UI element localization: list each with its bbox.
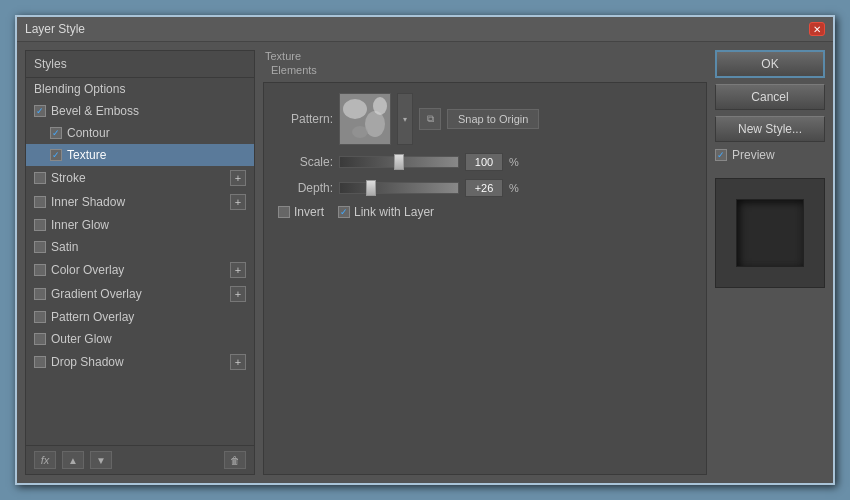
preview-label: Preview (732, 148, 775, 162)
depth-thumb[interactable] (366, 180, 376, 196)
move-down-button[interactable]: ▼ (90, 451, 112, 469)
scale-thumb[interactable] (394, 154, 404, 170)
fx-button[interactable]: fx (34, 451, 56, 469)
sidebar-item-satin[interactable]: Satin (26, 236, 254, 258)
bevel-emboss-label: Bevel & Emboss (51, 104, 139, 118)
sidebar-item-texture[interactable]: Texture (26, 144, 254, 166)
depth-percent: % (509, 182, 519, 194)
gradient-overlay-label: Gradient Overlay (51, 287, 142, 301)
sidebar-item-blending-options[interactable]: Blending Options (26, 78, 254, 100)
sidebar-item-inner-shadow[interactable]: Inner Shadow + (26, 190, 254, 214)
stroke-label: Stroke (51, 171, 86, 185)
pattern-dropdown[interactable]: ▾ (397, 93, 413, 145)
blending-options-label: Blending Options (34, 82, 125, 96)
color-overlay-label: Color Overlay (51, 263, 124, 277)
invert-option[interactable]: Invert (278, 205, 324, 219)
depth-label: Depth: (278, 181, 333, 195)
texture-label: Texture (67, 148, 106, 162)
scale-slider[interactable] (339, 156, 459, 168)
texture-checkbox[interactable] (50, 149, 62, 161)
options-row: Invert Link with Layer (278, 205, 692, 219)
scale-value-input[interactable] (465, 153, 503, 171)
new-style-button[interactable]: New Style... (715, 116, 825, 142)
pattern-image (340, 94, 390, 144)
section-title: Texture (263, 50, 707, 62)
preview-area (715, 178, 825, 288)
sidebar-item-pattern-overlay[interactable]: Pattern Overlay (26, 306, 254, 328)
color-overlay-add-button[interactable]: + (230, 262, 246, 278)
inner-shadow-checkbox[interactable] (34, 196, 46, 208)
preview-box (736, 199, 804, 267)
section-subtitle: Elements (263, 64, 707, 76)
dialog-body: Styles Blending Options Bevel & Emboss C… (17, 42, 833, 483)
cancel-button[interactable]: Cancel (715, 84, 825, 110)
preview-label-row: Preview (715, 148, 825, 162)
sidebar-item-color-overlay[interactable]: Color Overlay + (26, 258, 254, 282)
sidebar-item-gradient-overlay[interactable]: Gradient Overlay + (26, 282, 254, 306)
inner-glow-checkbox[interactable] (34, 219, 46, 231)
link-layer-label: Link with Layer (354, 205, 434, 219)
delete-button[interactable]: 🗑 (224, 451, 246, 469)
scale-row: Scale: % (278, 153, 692, 171)
sidebar-item-stroke[interactable]: Stroke + (26, 166, 254, 190)
move-up-button[interactable]: ▲ (62, 451, 84, 469)
sidebar-item-contour[interactable]: Contour (26, 122, 254, 144)
pattern-row: Pattern: ▾ ⧉ Snap to Origin (278, 93, 692, 145)
drop-shadow-label: Drop Shadow (51, 355, 124, 369)
contour-label: Contour (67, 126, 110, 140)
ok-button[interactable]: OK (715, 50, 825, 78)
outer-glow-label: Outer Glow (51, 332, 112, 346)
scale-label: Scale: (278, 155, 333, 169)
depth-row: Depth: % (278, 179, 692, 197)
close-button[interactable]: ✕ (809, 22, 825, 36)
dialog-title: Layer Style (25, 22, 85, 36)
depth-slider[interactable] (339, 182, 459, 194)
drop-shadow-checkbox[interactable] (34, 356, 46, 368)
satin-checkbox[interactable] (34, 241, 46, 253)
content-box: Pattern: ▾ ⧉ Snap to Origin Scale: (263, 82, 707, 475)
center-panel: Texture Elements Pattern: ▾ ⧉ Snap to Or… (263, 50, 707, 475)
pattern-overlay-checkbox[interactable] (34, 311, 46, 323)
color-overlay-checkbox[interactable] (34, 264, 46, 276)
inner-glow-label: Inner Glow (51, 218, 109, 232)
depth-value-input[interactable] (465, 179, 503, 197)
satin-label: Satin (51, 240, 78, 254)
stroke-add-button[interactable]: + (230, 170, 246, 186)
sidebar-item-outer-glow[interactable]: Outer Glow (26, 328, 254, 350)
layer-style-dialog: Layer Style ✕ Styles Blending Options Be… (15, 15, 835, 485)
link-layer-option[interactable]: Link with Layer (338, 205, 434, 219)
snap-to-origin-button[interactable]: Snap to Origin (447, 109, 539, 129)
sidebar-item-drop-shadow[interactable]: Drop Shadow + (26, 350, 254, 374)
title-bar: Layer Style ✕ (17, 17, 833, 42)
drop-shadow-add-button[interactable]: + (230, 354, 246, 370)
contour-checkbox[interactable] (50, 127, 62, 139)
inner-shadow-add-button[interactable]: + (230, 194, 246, 210)
right-panel: OK Cancel New Style... Preview (715, 50, 825, 475)
pattern-overlay-label: Pattern Overlay (51, 310, 134, 324)
outer-glow-checkbox[interactable] (34, 333, 46, 345)
link-layer-checkbox[interactable] (338, 206, 350, 218)
invert-checkbox[interactable] (278, 206, 290, 218)
pattern-label: Pattern: (278, 112, 333, 126)
pattern-preview (339, 93, 391, 145)
left-panel-toolbar: fx ▲ ▼ 🗑 (26, 445, 254, 474)
sidebar-item-bevel-emboss[interactable]: Bevel & Emboss (26, 100, 254, 122)
copy-pattern-button[interactable]: ⧉ (419, 108, 441, 130)
invert-label: Invert (294, 205, 324, 219)
inner-shadow-label: Inner Shadow (51, 195, 125, 209)
preview-checkbox[interactable] (715, 149, 727, 161)
scale-percent: % (509, 156, 519, 168)
gradient-overlay-checkbox[interactable] (34, 288, 46, 300)
sidebar-item-inner-glow[interactable]: Inner Glow (26, 214, 254, 236)
stroke-checkbox[interactable] (34, 172, 46, 184)
bevel-emboss-checkbox[interactable] (34, 105, 46, 117)
gradient-overlay-add-button[interactable]: + (230, 286, 246, 302)
left-panel: Styles Blending Options Bevel & Emboss C… (25, 50, 255, 475)
styles-header: Styles (26, 51, 254, 78)
